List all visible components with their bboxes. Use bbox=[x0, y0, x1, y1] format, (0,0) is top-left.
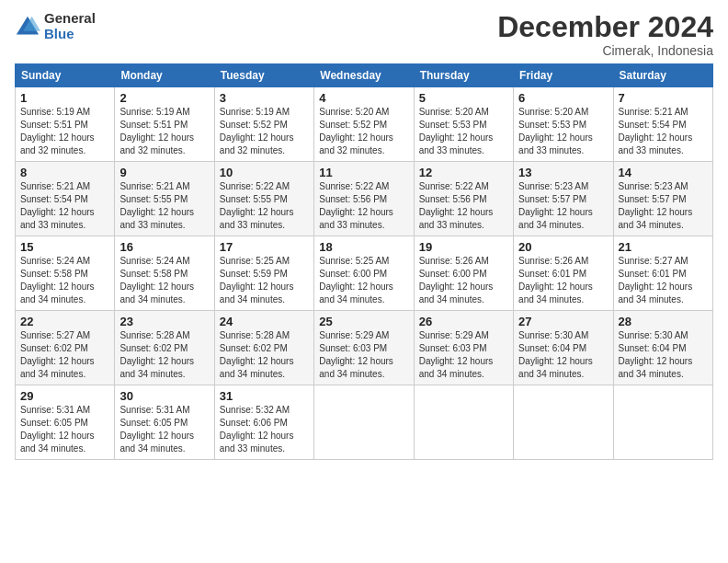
day-info: Sunrise: 5:19 AM Sunset: 5:51 PM Dayligh… bbox=[119, 106, 209, 157]
day-info: Sunrise: 5:29 AM Sunset: 6:03 PM Dayligh… bbox=[319, 329, 408, 381]
calendar-row: 8 Sunrise: 5:21 AM Sunset: 5:54 PM Dayli… bbox=[16, 162, 713, 236]
day-info: Sunrise: 5:32 AM Sunset: 6:06 PM Dayligh… bbox=[220, 404, 309, 455]
day-info: Sunrise: 5:28 AM Sunset: 6:02 PM Dayligh… bbox=[119, 329, 209, 381]
day-number: 23 bbox=[119, 315, 209, 328]
day-number: 15 bbox=[20, 240, 109, 254]
table-row: 9 Sunrise: 5:21 AM Sunset: 5:55 PM Dayli… bbox=[115, 162, 214, 236]
day-number: 12 bbox=[419, 166, 508, 179]
table-row bbox=[613, 385, 712, 460]
day-number: 24 bbox=[220, 315, 309, 328]
day-number: 22 bbox=[20, 315, 109, 328]
col-thursday: Thursday bbox=[414, 64, 513, 87]
calendar-row: 29 Sunrise: 5:31 AM Sunset: 6:05 PM Dayl… bbox=[16, 385, 713, 460]
table-row: 14 Sunrise: 5:23 AM Sunset: 5:57 PM Dayl… bbox=[613, 162, 712, 236]
day-info: Sunrise: 5:24 AM Sunset: 5:58 PM Dayligh… bbox=[119, 255, 209, 306]
table-row: 4 Sunrise: 5:20 AM Sunset: 5:52 PM Dayli… bbox=[314, 87, 414, 162]
header: General Blue December 2024 Cimerak, Indo… bbox=[15, 11, 713, 58]
table-row: 7 Sunrise: 5:21 AM Sunset: 5:54 PM Dayli… bbox=[613, 87, 712, 162]
table-row: 8 Sunrise: 5:21 AM Sunset: 5:54 PM Dayli… bbox=[16, 162, 115, 236]
logo-text: General Blue bbox=[44, 11, 96, 41]
table-row: 15 Sunrise: 5:24 AM Sunset: 5:58 PM Dayl… bbox=[16, 236, 115, 311]
table-row: 18 Sunrise: 5:25 AM Sunset: 6:00 PM Dayl… bbox=[314, 236, 414, 311]
day-number: 16 bbox=[119, 240, 209, 254]
day-info: Sunrise: 5:25 AM Sunset: 6:00 PM Dayligh… bbox=[319, 255, 408, 306]
day-info: Sunrise: 5:22 AM Sunset: 5:56 PM Dayligh… bbox=[419, 180, 508, 232]
table-row: 23 Sunrise: 5:28 AM Sunset: 6:02 PM Dayl… bbox=[115, 311, 214, 385]
day-number: 11 bbox=[319, 166, 408, 179]
table-row: 12 Sunrise: 5:22 AM Sunset: 5:56 PM Dayl… bbox=[414, 162, 513, 236]
day-info: Sunrise: 5:23 AM Sunset: 5:57 PM Dayligh… bbox=[518, 180, 608, 232]
table-row: 2 Sunrise: 5:19 AM Sunset: 5:51 PM Dayli… bbox=[115, 87, 214, 162]
calendar-row: 15 Sunrise: 5:24 AM Sunset: 5:58 PM Dayl… bbox=[16, 236, 713, 311]
location-subtitle: Cimerak, Indonesia bbox=[497, 43, 713, 58]
day-number: 29 bbox=[20, 389, 109, 403]
day-info: Sunrise: 5:24 AM Sunset: 5:58 PM Dayligh… bbox=[20, 255, 109, 306]
day-number: 27 bbox=[518, 315, 608, 328]
table-row: 6 Sunrise: 5:20 AM Sunset: 5:53 PM Dayli… bbox=[514, 87, 613, 162]
day-number: 17 bbox=[220, 240, 309, 254]
table-row: 17 Sunrise: 5:25 AM Sunset: 5:59 PM Dayl… bbox=[214, 236, 313, 311]
month-title: December 2024 bbox=[497, 11, 713, 43]
day-info: Sunrise: 5:20 AM Sunset: 5:52 PM Dayligh… bbox=[319, 106, 408, 157]
logo-icon bbox=[15, 14, 40, 40]
day-number: 2 bbox=[119, 91, 209, 105]
day-info: Sunrise: 5:19 AM Sunset: 5:52 PM Dayligh… bbox=[220, 106, 309, 157]
calendar-row: 1 Sunrise: 5:19 AM Sunset: 5:51 PM Dayli… bbox=[16, 87, 713, 162]
table-row: 16 Sunrise: 5:24 AM Sunset: 5:58 PM Dayl… bbox=[115, 236, 214, 311]
table-row: 24 Sunrise: 5:28 AM Sunset: 6:02 PM Dayl… bbox=[214, 311, 313, 385]
col-friday: Friday bbox=[514, 64, 613, 87]
day-number: 28 bbox=[619, 315, 708, 328]
table-row: 5 Sunrise: 5:20 AM Sunset: 5:53 PM Dayli… bbox=[414, 87, 513, 162]
logo-general: General bbox=[44, 11, 96, 27]
day-info: Sunrise: 5:22 AM Sunset: 5:56 PM Dayligh… bbox=[319, 180, 408, 232]
table-row bbox=[414, 385, 513, 460]
day-number: 3 bbox=[220, 91, 309, 105]
col-tuesday: Tuesday bbox=[214, 64, 313, 87]
calendar-row: 22 Sunrise: 5:27 AM Sunset: 6:02 PM Dayl… bbox=[16, 311, 713, 385]
day-info: Sunrise: 5:21 AM Sunset: 5:55 PM Dayligh… bbox=[119, 180, 209, 232]
day-number: 13 bbox=[518, 166, 608, 179]
table-row: 13 Sunrise: 5:23 AM Sunset: 5:57 PM Dayl… bbox=[514, 162, 613, 236]
table-row: 29 Sunrise: 5:31 AM Sunset: 6:05 PM Dayl… bbox=[16, 385, 115, 460]
day-number: 10 bbox=[220, 166, 309, 179]
day-number: 7 bbox=[619, 91, 708, 105]
day-number: 14 bbox=[619, 166, 708, 179]
day-number: 8 bbox=[20, 166, 109, 179]
day-number: 21 bbox=[619, 240, 708, 254]
logo-blue: Blue bbox=[44, 27, 96, 42]
table-row: 21 Sunrise: 5:27 AM Sunset: 6:01 PM Dayl… bbox=[613, 236, 712, 311]
day-info: Sunrise: 5:26 AM Sunset: 6:01 PM Dayligh… bbox=[518, 255, 608, 306]
day-info: Sunrise: 5:31 AM Sunset: 6:05 PM Dayligh… bbox=[20, 404, 109, 455]
col-saturday: Saturday bbox=[613, 64, 712, 87]
table-row: 11 Sunrise: 5:22 AM Sunset: 5:56 PM Dayl… bbox=[314, 162, 414, 236]
day-info: Sunrise: 5:29 AM Sunset: 6:03 PM Dayligh… bbox=[419, 329, 508, 381]
table-row: 26 Sunrise: 5:29 AM Sunset: 6:03 PM Dayl… bbox=[414, 311, 513, 385]
day-number: 19 bbox=[419, 240, 508, 254]
logo: General Blue bbox=[15, 11, 96, 41]
col-sunday: Sunday bbox=[16, 64, 115, 87]
table-row bbox=[514, 385, 613, 460]
day-number: 30 bbox=[119, 389, 209, 403]
calendar-table: Sunday Monday Tuesday Wednesday Thursday… bbox=[15, 63, 713, 460]
calendar-header-row: Sunday Monday Tuesday Wednesday Thursday… bbox=[16, 64, 713, 87]
day-number: 20 bbox=[518, 240, 608, 254]
day-number: 9 bbox=[119, 166, 209, 179]
day-number: 4 bbox=[319, 91, 408, 105]
day-info: Sunrise: 5:20 AM Sunset: 5:53 PM Dayligh… bbox=[518, 106, 608, 157]
day-info: Sunrise: 5:19 AM Sunset: 5:51 PM Dayligh… bbox=[20, 106, 109, 157]
day-info: Sunrise: 5:27 AM Sunset: 6:02 PM Dayligh… bbox=[20, 329, 109, 381]
table-row: 20 Sunrise: 5:26 AM Sunset: 6:01 PM Dayl… bbox=[514, 236, 613, 311]
day-info: Sunrise: 5:30 AM Sunset: 6:04 PM Dayligh… bbox=[518, 329, 608, 381]
day-info: Sunrise: 5:22 AM Sunset: 5:55 PM Dayligh… bbox=[220, 180, 309, 232]
table-row: 28 Sunrise: 5:30 AM Sunset: 6:04 PM Dayl… bbox=[613, 311, 712, 385]
table-row: 22 Sunrise: 5:27 AM Sunset: 6:02 PM Dayl… bbox=[16, 311, 115, 385]
col-wednesday: Wednesday bbox=[314, 64, 414, 87]
day-info: Sunrise: 5:20 AM Sunset: 5:53 PM Dayligh… bbox=[419, 106, 508, 157]
day-number: 31 bbox=[220, 389, 309, 403]
day-info: Sunrise: 5:23 AM Sunset: 5:57 PM Dayligh… bbox=[619, 180, 708, 232]
day-number: 1 bbox=[20, 91, 109, 105]
day-info: Sunrise: 5:30 AM Sunset: 6:04 PM Dayligh… bbox=[619, 329, 708, 381]
day-info: Sunrise: 5:21 AM Sunset: 5:54 PM Dayligh… bbox=[619, 106, 708, 157]
table-row: 30 Sunrise: 5:31 AM Sunset: 6:05 PM Dayl… bbox=[115, 385, 214, 460]
main-container: General Blue December 2024 Cimerak, Indo… bbox=[0, 0, 728, 467]
